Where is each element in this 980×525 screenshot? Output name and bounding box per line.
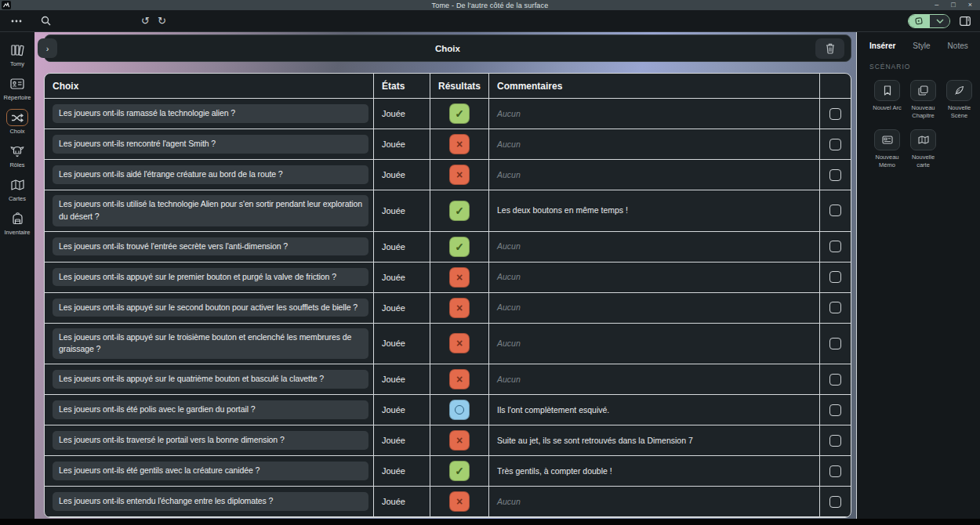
result-failure-button[interactable]: × [449,491,470,512]
new-scene-button[interactable]: Nouvelle Scène [942,80,977,120]
row-checkbox[interactable] [829,338,841,349]
row-checkbox[interactable] [829,302,841,313]
row-checkbox[interactable] [829,205,841,216]
choice-text-field[interactable]: Les joueurs ont-ils appuyé sur le quatri… [53,370,368,389]
search-icon[interactable] [41,16,51,26]
collapse-panel-button[interactable]: › [38,38,57,58]
select-cell [820,232,851,262]
comment-value[interactable]: Aucun [497,241,521,252]
etat-value[interactable]: Jouée [382,466,405,476]
comment-value[interactable]: Suite au jet, ils se sont retrouvés dans… [497,435,693,447]
comment-value[interactable]: Aucun [497,496,521,508]
etat-value[interactable]: Jouée [382,497,405,506]
row-checkbox[interactable] [829,108,841,120]
comment-value[interactable]: Aucun [497,139,521,150]
comment-value[interactable]: Aucun [497,108,521,120]
etat-value[interactable]: Jouée [382,109,405,118]
choice-cell: Les joueurs ont-ils utilisé la technolog… [45,190,374,231]
etat-cell: Jouée [374,456,430,486]
comment-value[interactable]: Très gentils, à compter double ! [497,465,612,477]
result-success-button[interactable]: ✓ [449,201,470,221]
sidebar-item-choix[interactable]: Choix [1,107,34,140]
result-failure-button[interactable]: × [449,298,470,318]
result-failure-button[interactable]: × [449,165,470,185]
etat-value[interactable]: Jouée [382,375,405,384]
row-checkbox[interactable] [829,404,841,416]
etat-value[interactable]: Jouée [382,139,405,149]
minimize-button[interactable]: – [935,0,938,10]
result-failure-button[interactable]: × [449,134,470,154]
more-menu-button[interactable] [11,20,22,23]
new-arc-button[interactable]: Nouvel Arc [869,80,905,120]
sidebar-item-cartes[interactable]: Cartes [1,174,34,208]
new-chapter-button[interactable]: Nouveau Chapitre [906,80,941,120]
etat-value[interactable]: Jouée [382,206,405,215]
comment-value[interactable]: Ils l'ont complètement esquivé. [497,404,609,416]
tab-notes[interactable]: Notes [948,42,968,50]
tab-style[interactable]: Style [913,42,930,50]
row-checkbox[interactable] [829,241,841,252]
section-title-scenario: SCÉNARIO [869,63,975,71]
new-map-button[interactable]: Nouvelle carte [906,129,941,169]
comment-value[interactable]: Aucun [497,271,521,283]
new-memo-button[interactable]: Nouveau Mémo [869,129,905,169]
choice-text-field[interactable]: Les joueurs ont-ils entendu l'échange en… [53,492,368,511]
row-checkbox[interactable] [829,374,841,386]
maximize-button[interactable]: □ [951,0,955,10]
result-success-button[interactable]: ✓ [449,103,470,124]
etat-value[interactable]: Jouée [382,436,405,445]
delete-button[interactable] [815,38,844,59]
result-failure-button[interactable]: × [449,333,470,353]
comment-value[interactable]: Aucun [497,338,521,349]
undo-button[interactable]: ↺ [141,16,150,26]
choice-text-field[interactable]: Les joueurs ont-ils utilisé la technolog… [53,195,368,226]
row-checkbox[interactable] [829,465,841,477]
sidebar-item-roles[interactable]: Rôles [1,140,34,174]
comment-value[interactable]: Aucun [497,374,521,386]
redo-button[interactable]: ↻ [158,16,166,26]
choice-text-field[interactable]: Les joueurs ont-ils traversé le portail … [53,431,368,450]
etat-value[interactable]: Jouée [382,405,405,415]
panel-toggle-button[interactable] [960,16,971,26]
choice-text-field[interactable]: Les joueurs ont-ils été gentils avec la … [53,462,368,480]
close-button[interactable]: × [968,0,972,10]
etat-value[interactable]: Jouée [382,273,405,282]
row-checkbox[interactable] [829,435,841,447]
result-success-button[interactable]: ✓ [449,237,470,257]
tab-inserer[interactable]: Insérer [869,42,895,50]
row-checkbox[interactable] [829,169,841,181]
choice-text-field[interactable]: Les joueurs ont-ils appuyé sur le premie… [53,268,368,287]
comment-value[interactable]: Les deux boutons en même temps ! [497,205,628,216]
table-row: Les joueurs ont-ils aidé l'étrange créat… [45,160,851,190]
choice-text-field[interactable]: Les joueurs ont-ils rencontré l'agent Sm… [53,135,368,154]
choice-text-field[interactable]: Les joueurs ont-ils appuyé sur le second… [53,299,368,317]
comment-value[interactable]: Aucun [497,169,521,181]
dice-action-button[interactable] [909,15,930,27]
sidebar-item-repertoire[interactable]: Répertoire [1,73,34,107]
etat-cell: Jouée [374,425,430,455]
sidebar-item-inventaire[interactable]: Inventaire [1,208,34,241]
choice-text-field[interactable]: Les joueurs ont-ils été polis avec le ga… [53,400,368,419]
result-failure-button[interactable]: × [449,267,470,288]
comment-value[interactable]: Aucun [497,302,521,313]
etat-value[interactable]: Jouée [382,242,405,252]
result-neutral-button[interactable] [449,400,470,420]
table-row: Les joueurs ont-ils appuyé sur le second… [45,293,851,324]
result-success-button[interactable]: ✓ [449,461,470,481]
etat-value[interactable]: Jouée [382,303,405,313]
etat-value[interactable]: Jouée [382,170,405,179]
dice-dropdown-button[interactable] [930,15,949,27]
choice-text-field[interactable]: Les joueurs ont-ils aidé l'étrange créat… [53,165,368,184]
etat-value[interactable]: Jouée [382,339,405,348]
sidebar-item-tomy[interactable]: Tomy [1,39,34,73]
choice-text-field[interactable]: Les joueurs ont-ils trouvé l'entrée secr… [53,237,368,256]
choice-text-field[interactable]: Les joueurs ont-ils appuyé sur le troisi… [53,328,368,360]
row-checkbox[interactable] [829,496,841,508]
row-checkbox[interactable] [829,271,841,283]
row-checkbox[interactable] [829,139,841,150]
choice-text-field[interactable]: Les joueurs ont-ils ramassé la technolog… [53,104,368,123]
result-failure-button[interactable]: × [449,369,470,389]
result-cell: ✓ [430,99,489,129]
result-failure-button[interactable]: × [449,430,470,451]
comment-cell: Aucun [489,232,820,262]
